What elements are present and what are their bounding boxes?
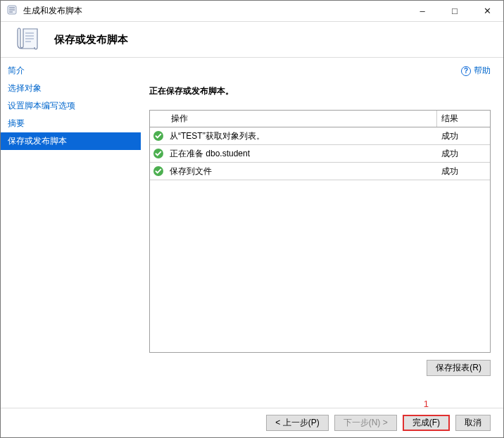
sidebar-item-label: 选择对象: [8, 83, 42, 93]
success-icon: [150, 165, 167, 177]
save-report-row: 保存报表(R): [149, 360, 491, 376]
sidebar-item-summary[interactable]: 摘要: [1, 115, 141, 132]
wizard-header: 保存或发布脚本: [1, 22, 503, 57]
save-report-button[interactable]: 保存报表(R): [427, 360, 491, 376]
sidebar-item-choose-objects[interactable]: 选择对象: [1, 80, 141, 97]
maximize-button[interactable]: □: [439, 1, 471, 21]
sidebar-item-label: 简介: [8, 65, 25, 75]
row-result-text: 成功: [437, 130, 490, 142]
titlebar: 生成和发布脚本 – □ ✕: [1, 1, 503, 22]
app-icon: [6, 4, 18, 18]
sidebar-item-save-publish[interactable]: 保存或发布脚本: [1, 132, 141, 150]
sidebar-item-label: 摘要: [8, 118, 25, 128]
sidebar-item-label: 设置脚本编写选项: [8, 101, 75, 111]
prev-button[interactable]: < 上一步(P): [266, 415, 328, 431]
row-action-text: 从“TEST”获取对象列表。: [167, 130, 437, 142]
row-action-text: 正在准备 dbo.student: [167, 148, 437, 160]
table-row: 从“TEST”获取对象列表。 成功: [150, 127, 490, 145]
progress-title: 正在保存或发布脚本。: [149, 85, 491, 97]
help-icon: ?: [461, 66, 471, 76]
table-row: 保存到文件 成功: [150, 163, 490, 180]
window-title: 生成和发布脚本: [23, 5, 406, 17]
col-header-result[interactable]: 结果: [437, 111, 490, 127]
grid-body: 从“TEST”获取对象列表。 成功 正在准备 dbo.student 成功 保存…: [150, 127, 490, 352]
row-result-text: 成功: [437, 165, 490, 177]
nav-sidebar: 简介 选择对象 设置脚本编写选项 摘要 保存或发布脚本: [1, 58, 141, 408]
results-grid: 操作 结果 从“TEST”获取对象列表。 成功 正在准备 dbo.student…: [149, 110, 491, 353]
col-header-action[interactable]: 操作: [150, 111, 437, 127]
script-icon: [13, 25, 42, 55]
page-title: 保存或发布脚本: [54, 33, 128, 46]
main-panel: ? 帮助 正在保存或发布脚本。 操作 结果 从“TEST”获取对象列表。 成功: [141, 58, 503, 408]
success-icon: [150, 148, 167, 159]
success-icon: [150, 130, 167, 142]
wizard-window: 生成和发布脚本 – □ ✕ 保存或发布脚本 简介 选择对象 设置脚本编写选项 摘…: [0, 0, 504, 438]
sidebar-item-intro[interactable]: 简介: [1, 62, 141, 80]
table-row: 正在准备 dbo.student 成功: [150, 145, 490, 163]
next-button: 下一步(N) >: [334, 415, 397, 431]
minimize-button[interactable]: –: [406, 1, 439, 21]
wizard-footer: 1 < 上一步(P) 下一步(N) > 完成(F) 取消: [1, 408, 503, 437]
content-area: 简介 选择对象 设置脚本编写选项 摘要 保存或发布脚本 ? 帮助 正在保存或发布…: [1, 57, 503, 408]
cancel-button[interactable]: 取消: [455, 415, 491, 431]
sidebar-item-script-options[interactable]: 设置脚本编写选项: [1, 97, 141, 115]
grid-header: 操作 结果: [150, 111, 490, 127]
finish-button[interactable]: 完成(F): [403, 415, 450, 431]
callout-marker: 1: [424, 399, 429, 409]
help-row: ? 帮助: [149, 65, 491, 77]
row-action-text: 保存到文件: [167, 165, 437, 177]
window-controls: – □ ✕: [406, 1, 503, 21]
help-link[interactable]: 帮助: [474, 65, 491, 77]
row-result-text: 成功: [437, 148, 490, 160]
close-button[interactable]: ✕: [471, 1, 503, 21]
sidebar-item-label: 保存或发布脚本: [8, 136, 67, 146]
